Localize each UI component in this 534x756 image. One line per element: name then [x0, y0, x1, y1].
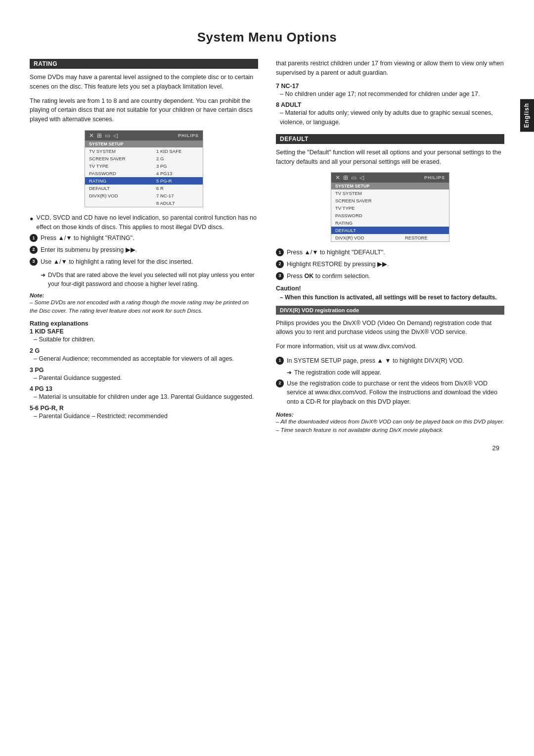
- list-item: 1 Press ▲/▼ to highlight "RATING".: [30, 234, 258, 243]
- table-row: SCREEN SAVER: [331, 197, 449, 204]
- arrow-text: DVDs that are rated above the level you …: [48, 271, 258, 288]
- osd-screen-icon-2: ▭: [351, 174, 356, 181]
- rating-desc-1: – Suitable for children.: [34, 335, 258, 344]
- step-text-3: Use ▲/▼ to highlight a rating level for …: [41, 257, 193, 267]
- table-row: DEFAULT6 R: [85, 185, 203, 192]
- list-item: 1 In SYSTEM SETUP page, press ▲ ▼ to hig…: [276, 356, 504, 366]
- divx-text-1: Philips provides you the DivX® VOD (Vide…: [276, 319, 504, 337]
- rating-desc-4: – Material is unsuitable for children un…: [34, 392, 258, 402]
- list-item: 3 Use ▲/▼ to highlight a rating level fo…: [30, 257, 258, 267]
- list-item: 2 Use the registration code to purchase …: [276, 379, 504, 407]
- list-item: 4 PG 13 – Material is unsuitable for chi…: [30, 385, 258, 402]
- list-item: 2 Enter its submenu by pressing ▶▶.: [30, 245, 258, 255]
- table-row: SCREEN SAVER2 G: [85, 155, 203, 162]
- osd-grid-icon-2: ⊞: [343, 174, 348, 181]
- divx-step-number-1: 1: [276, 357, 284, 365]
- list-item: 2 G – General Audience; recommended as a…: [30, 347, 258, 364]
- rating-desc-3: – Parental Guidance suggested.: [34, 374, 258, 383]
- table-row-highlight: RATING5 PG-R: [85, 177, 203, 185]
- table-row: PASSWORD4 PG13: [85, 170, 203, 177]
- osd-screen-icon: ▭: [105, 132, 110, 139]
- rating-intro: Some DVDs may have a parental level assi…: [30, 73, 258, 92]
- notes-item-1: – All the downloaded videos from DivX® V…: [276, 418, 504, 426]
- arrow-icon-2: ➜: [287, 368, 292, 377]
- rating-header: RATING: [30, 59, 258, 69]
- list-item: 7 NC-17 – No children under age 17; not …: [276, 83, 504, 99]
- default-step-text-3: Press OK to confirm selection.: [287, 272, 370, 281]
- osd-speaker-icon-2: ◁: [359, 174, 364, 181]
- step-text-2: Enter its submenu by pressing ▶▶.: [41, 245, 137, 255]
- osd-system-setup-label: SYSTEM SETUP: [85, 141, 203, 147]
- list-item: ● VCD, SVCD and CD have no level indicat…: [30, 213, 258, 232]
- list-item: 3 Press OK to confirm selection.: [276, 272, 504, 281]
- osd-default-table: TV SYSTEM SCREEN SAVER TV TYPE PASSWORD: [331, 189, 449, 241]
- divx-step-number-2: 2: [276, 379, 284, 387]
- divx-arrow-text: The registration code will appear.: [294, 368, 381, 377]
- osd-default-box: ✕ ⊞ ▭ ◁ PHILIPS SYSTEM SETUP TV SYSTEM: [331, 172, 449, 242]
- divx-header: DIVX(R) VOD registration code: [276, 306, 504, 315]
- table-row-highlight: DEFAULT: [331, 227, 449, 234]
- rating-desc-2: – General Audience; recommended as accep…: [34, 354, 258, 364]
- divx-step-text-1: In SYSTEM SETUP page, press ▲ ▼ to highl…: [287, 356, 464, 366]
- bullet-icon: ●: [30, 214, 34, 224]
- step-text-1: Press ▲/▼ to highlight "RATING".: [41, 234, 134, 243]
- notes-item-2: – Time search feature is not available d…: [276, 426, 504, 434]
- caution-label: Caution!: [276, 285, 504, 292]
- osd-brand-rating: PHILIPS: [178, 133, 199, 138]
- table-row: RATING: [331, 219, 449, 227]
- table-row: DIVX(R) VOD7 NC-17: [85, 192, 203, 199]
- list-item: 8 ADULT – Material for adults only; view…: [276, 101, 504, 127]
- notes-label: Notes:: [276, 412, 504, 418]
- list-item: 2 Highlight RESTORE by pressing ▶▶.: [276, 260, 504, 269]
- left-column: RATING Some DVDs may have a parental lev…: [30, 59, 258, 452]
- step-number-1: 1: [30, 234, 38, 242]
- osd-speaker-icon: ◁: [113, 132, 118, 139]
- list-item: 1 KID SAFE – Suitable for children.: [30, 328, 258, 344]
- arrow-note: ➜ DVDs that are rated above the level yo…: [41, 271, 258, 288]
- default-header: DEFAULT: [276, 134, 504, 144]
- note-label: Note:: [30, 292, 258, 298]
- default-step-text-1: Press ▲/▼ to highlight "DEFAULT".: [287, 248, 385, 257]
- adult-title: 8 ADULT: [276, 101, 504, 108]
- language-tab: English: [520, 99, 534, 132]
- default-step-text-2: Highlight RESTORE by pressing ▶▶.: [287, 260, 389, 269]
- table-row: TV SYSTEM1 KID SAFE: [85, 147, 203, 155]
- osd-rating-table: TV SYSTEM1 KID SAFE SCREEN SAVER2 G TV T…: [85, 147, 203, 207]
- osd-system-setup-label-2: SYSTEM SETUP: [331, 183, 449, 189]
- arrow-icon: ➜: [41, 271, 45, 280]
- adult-desc: – Material for adults only; viewed only …: [280, 108, 504, 127]
- divx-text-2: For more information, visit us at www.di…: [276, 342, 504, 351]
- page-number: 29: [276, 444, 504, 452]
- nc17-title: 7 NC-17: [276, 83, 504, 90]
- divx-notes: Notes: – All the downloaded videos from …: [276, 412, 504, 435]
- osd-rating-box: ✕ ⊞ ▭ ◁ PHILIPS SYSTEM SETUP TV SYSTEM1 …: [85, 130, 203, 207]
- rating-continued: that parents restrict children under 17 …: [276, 59, 504, 78]
- rating-title-5: 5-6 PG-R, R: [30, 405, 258, 412]
- default-step-number-2: 2: [276, 260, 284, 268]
- rating-level-text: The rating levels are from 1 to 8 and ar…: [30, 96, 258, 124]
- bullet-text: VCD, SVCD and CD have no level indicatio…: [37, 213, 258, 232]
- list-item: 5-6 PG-R, R – Parental Guidance – Restri…: [30, 405, 258, 421]
- osd-x-icon-2: ✕: [335, 174, 340, 181]
- osd-x-icon: ✕: [89, 132, 94, 139]
- rating-title-2: 2 G: [30, 347, 258, 354]
- rating-bullets: ● VCD, SVCD and CD have no level indicat…: [30, 213, 258, 267]
- rating-title-1: 1 KID SAFE: [30, 328, 258, 335]
- rating-explanations: Rating explanations 1 KID SAFE – Suitabl…: [30, 320, 258, 421]
- default-step-number-1: 1: [276, 248, 284, 256]
- osd-brand-default: PHILIPS: [424, 175, 445, 180]
- caution-text: – When this function is activated, all s…: [280, 293, 504, 302]
- table-row: 8 ADULT: [85, 199, 203, 207]
- table-row: TV TYPE3 PG: [85, 162, 203, 170]
- list-item: 3 PG – Parental Guidance suggested.: [30, 367, 258, 383]
- default-steps: 1 Press ▲/▼ to highlight "DEFAULT". 2 Hi…: [276, 248, 504, 281]
- table-row: DIVX(R) VODRESTORE: [331, 234, 449, 241]
- table-row: PASSWORD: [331, 212, 449, 219]
- nc17-desc: – No children under age 17; not recommen…: [280, 90, 504, 99]
- osd-grid-icon: ⊞: [97, 132, 102, 139]
- default-text: Setting the "Default" function will rese…: [276, 148, 504, 167]
- right-column: that parents restrict children under 17 …: [276, 59, 504, 452]
- rating-title-4: 4 PG 13: [30, 385, 258, 392]
- caution-block: Caution! – When this function is activat…: [276, 285, 504, 302]
- table-row: TV TYPE: [331, 204, 449, 212]
